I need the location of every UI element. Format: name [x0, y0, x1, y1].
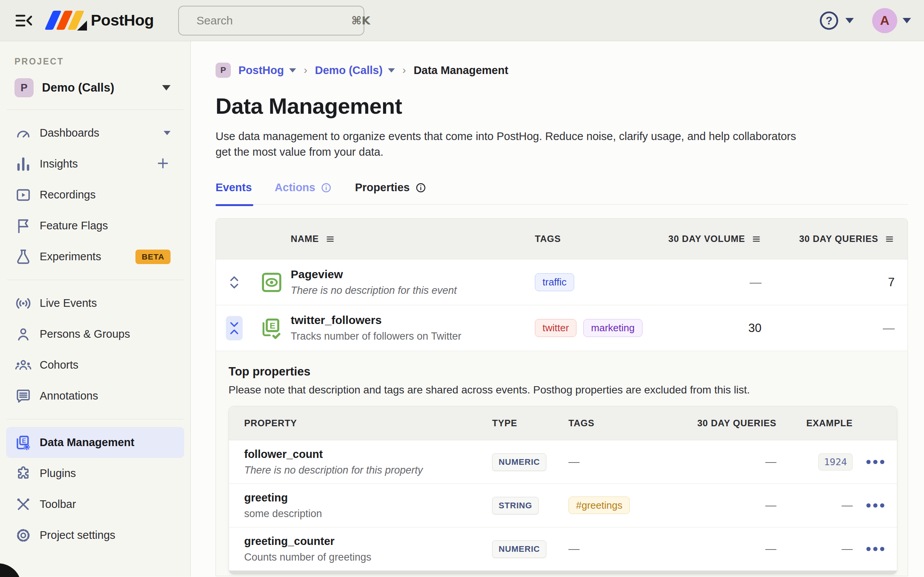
more-options-button[interactable] — [866, 460, 897, 464]
svg-text:E: E — [270, 321, 275, 330]
column-header-queries: 30 DAY QUERIES — [679, 418, 776, 429]
project-section-label: PROJECT — [14, 56, 190, 67]
queries-empty: — — [765, 499, 776, 512]
divider — [7, 419, 184, 419]
property-row-greeting-counter[interactable]: greeting_counter Counts number of greeti… — [229, 527, 897, 571]
example-empty: — — [842, 543, 853, 555]
page-title: Data Management — [216, 93, 908, 119]
avatar[interactable]: A — [872, 8, 897, 33]
search-shortcut: ⌘K — [351, 14, 370, 27]
top-properties-table: PROPERTY TYPE TAGS 30 DAY QUERIES EXAMPL… — [229, 406, 897, 575]
add-insight-button[interactable] — [155, 156, 171, 172]
tab-actions[interactable]: Actions — [275, 181, 332, 194]
flag-icon — [14, 217, 32, 235]
example-value: 1924 — [818, 453, 853, 471]
more-options-button[interactable] — [866, 547, 897, 551]
broadcast-icon — [14, 295, 32, 312]
sidebar: PROJECT P Demo (Calls) Dashboards Insigh… — [0, 41, 191, 577]
example-empty: — — [842, 499, 853, 512]
page-description: Use data management to organize events t… — [216, 129, 908, 160]
sidebar-item-data-management[interactable]: E Data Management — [6, 427, 184, 458]
sidebar-item-recordings[interactable]: Live Events Recordings — [6, 179, 184, 210]
puzzle-icon — [14, 465, 32, 482]
tags-empty: — — [568, 456, 580, 468]
volume-value: — — [750, 276, 761, 289]
beta-badge: BETA — [135, 250, 171, 264]
queries-value: — — [883, 321, 908, 335]
property-description: some description — [244, 508, 492, 520]
sidebar-item-experiments[interactable]: Experiments BETA — [6, 241, 184, 272]
collapse-sidebar-button[interactable] — [13, 10, 35, 32]
column-header-tags: TAGS — [535, 234, 651, 244]
event-row-pageview[interactable]: Pageview There is no description for thi… — [216, 259, 908, 305]
sidebar-item-persons-groups[interactable]: Persons & Groups — [6, 319, 184, 350]
column-header-type: TYPE — [492, 418, 568, 429]
sidebar-item-annotations[interactable]: Annotations — [6, 380, 184, 411]
global-search[interactable]: ⌘K — [178, 6, 364, 35]
column-header-example: EXAMPLE — [776, 418, 853, 429]
property-name: greeting_counter — [244, 535, 492, 548]
tags-empty: — — [568, 543, 580, 555]
project-switcher[interactable]: P Demo (Calls) — [6, 74, 184, 102]
property-row-follower-count[interactable]: follower_count There is no description f… — [229, 440, 897, 484]
sidebar-item-feature-flags[interactable]: Feature Flags — [6, 210, 184, 241]
column-header-tags: TAGS — [568, 418, 679, 429]
divider — [7, 110, 184, 110]
sidebar-item-project-settings[interactable]: Project settings — [6, 520, 184, 551]
events-table: NAME TAGS 30 DAY VOLUME 30 DAY QUERIES — [216, 218, 908, 576]
collapse-row-button[interactable] — [226, 316, 243, 340]
expand-row-button[interactable] — [226, 270, 243, 295]
queries-value: 7 — [888, 276, 908, 289]
brand-name: PostHog — [91, 11, 154, 29]
sidebar-item-insights[interactable]: Insights — [6, 148, 184, 179]
posthog-logo[interactable]: PostHog — [46, 10, 154, 31]
events-table-header: NAME TAGS 30 DAY VOLUME 30 DAY QUERIES — [216, 219, 908, 259]
sidebar-item-cohorts[interactable]: Cohorts — [6, 350, 184, 380]
account-menu-button[interactable] — [903, 18, 911, 23]
chevron-down-icon — [164, 131, 171, 135]
tab-properties[interactable]: Properties — [355, 181, 426, 194]
event-description: There is no description for this event — [291, 285, 535, 297]
help-menu-button[interactable]: ? — [818, 10, 854, 32]
autocapture-event-icon — [259, 270, 284, 295]
chevrons-collapse-icon — [228, 319, 240, 337]
tag-marketing[interactable]: marketing — [583, 319, 642, 337]
tab-bar: Events Actions Properties — [216, 181, 908, 205]
property-name: follower_count — [244, 448, 492, 461]
posthog-logo-mark-icon — [46, 10, 85, 31]
chevron-down-icon — [845, 18, 854, 23]
tab-events[interactable]: Events — [216, 181, 252, 194]
breadcrumb-org[interactable]: PostHog — [238, 64, 296, 77]
type-badge: NUMERIC — [492, 453, 546, 471]
type-badge: NUMERIC — [492, 540, 546, 558]
help-question-icon: ? — [818, 10, 840, 32]
breadcrumb-separator: › — [402, 64, 406, 76]
sort-icon[interactable] — [884, 234, 895, 244]
search-input[interactable] — [196, 14, 344, 27]
event-name: Pageview — [291, 268, 535, 281]
gauge-icon — [14, 124, 32, 142]
sidebar-item-toolbar[interactable]: Toolbar — [6, 489, 184, 520]
tag-traffic[interactable]: traffic — [535, 273, 574, 291]
event-row-twitter-followers[interactable]: E twitter_followers Tracks number of fol… — [216, 305, 908, 351]
chevron-down-icon — [162, 85, 171, 90]
tag-greetings[interactable]: #greetings — [568, 496, 630, 514]
event-description: Tracks number of followers on Twitter — [291, 330, 535, 342]
sidebar-item-dashboards[interactable]: Dashboards — [6, 118, 184, 148]
tag-twitter[interactable]: twitter — [535, 319, 576, 337]
property-row-greeting[interactable]: greeting some description STRING #greeti… — [229, 484, 897, 527]
project-initial-badge: P — [14, 78, 34, 97]
sort-icon[interactable] — [325, 234, 335, 244]
person-icon — [14, 326, 32, 343]
more-options-button[interactable] — [866, 503, 897, 508]
sidebar-item-live-events[interactable]: Live Events — [6, 288, 184, 319]
type-badge: STRING — [492, 497, 539, 514]
tools-icon — [14, 496, 32, 513]
expanded-event-panel: Top properties Please note that descript… — [216, 351, 908, 576]
breadcrumb-project[interactable]: Demo (Calls) — [315, 64, 395, 77]
queries-empty: — — [765, 543, 776, 555]
sort-icon[interactable] — [751, 234, 761, 244]
sidebar-item-plugins[interactable]: Plugins — [6, 458, 184, 489]
property-name: greeting — [244, 492, 492, 504]
people-group-icon — [14, 356, 32, 374]
